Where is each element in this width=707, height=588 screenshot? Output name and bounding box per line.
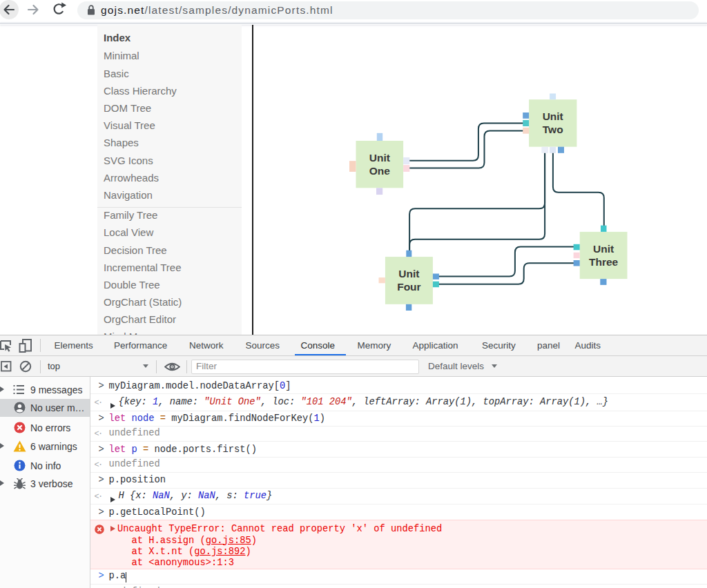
svg-text:Unit: Unit (398, 268, 419, 280)
svg-text:One: One (369, 165, 391, 177)
svg-text:Four: Four (397, 281, 420, 293)
svg-text:Unit: Unit (369, 152, 390, 164)
svg-text:Two: Two (543, 124, 563, 135)
svg-text:Unit: Unit (593, 243, 614, 255)
svg-text:Unit: Unit (543, 110, 563, 122)
svg-text:Three: Three (589, 256, 619, 268)
